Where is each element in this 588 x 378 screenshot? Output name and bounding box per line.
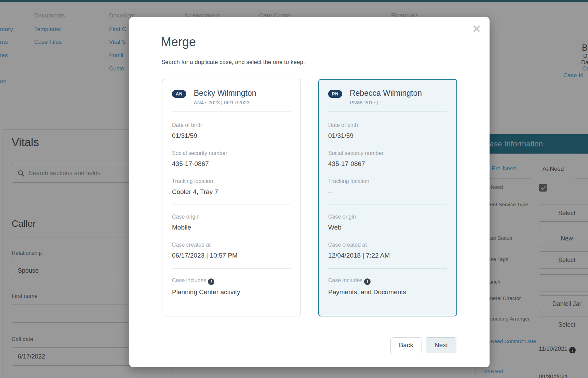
dob-label: Date of birth: [328, 122, 447, 129]
case-created-value: 12/04/2018 | 7:22 AM: [328, 251, 447, 260]
case-created-label: Case created at: [172, 242, 291, 248]
case-origin-label: Case origin: [328, 213, 447, 220]
tracking-location-label: Tracking location: [328, 178, 447, 185]
case-origin-label: Case origin: [172, 213, 291, 220]
ssn-value: 435-17-0867: [328, 160, 447, 168]
case-created-label: Case created at: [328, 242, 447, 248]
case-created-value: 06/17/2023 | 10:57 PM: [172, 251, 291, 260]
ssn-value: 435-17-0867: [172, 160, 291, 168]
case-type-badge: PN: [328, 90, 342, 98]
close-icon[interactable]: ×: [470, 22, 483, 36]
divider: [328, 112, 447, 112]
case-includes-label: Case includes i: [172, 277, 291, 285]
info-icon[interactable]: i: [208, 278, 214, 285]
case-name: Becky Wilmington: [194, 88, 256, 98]
divider: [328, 268, 447, 269]
case-type-badge: AN: [172, 90, 186, 98]
divider: [172, 112, 291, 112]
merge-modal: × Merge Search for a duplicate case, and…: [129, 17, 490, 367]
tracking-location-value: Cooler 4, Tray 7: [172, 188, 291, 196]
modal-title: Merge: [161, 35, 196, 49]
card-header: PN Rebecca Wilmington PN88-2017 |--: [328, 88, 447, 105]
case-id: PN88-2017 |--: [350, 100, 422, 105]
case-origin-value: Web: [328, 223, 447, 232]
tracking-location-value: --: [328, 188, 447, 196]
case-name: Rebecca Wilmington: [350, 88, 422, 98]
info-icon[interactable]: i: [364, 278, 371, 285]
divider: [172, 205, 291, 205]
case-card-becky[interactable]: AN Becky Wilmington AN47-2023 | 06/17/20…: [162, 79, 301, 316]
modal-subtitle: Search for a duplicate case, and select …: [161, 59, 305, 66]
divider: [172, 268, 291, 269]
case-includes-value: Planning Center activity: [172, 288, 291, 296]
ssn-label: Social security number: [172, 150, 291, 157]
case-cards: AN Becky Wilmington AN47-2023 | 06/17/20…: [162, 79, 457, 316]
screen: mary nts tes on Documents Templates Case…: [0, 0, 588, 378]
case-origin-value: Mobile: [172, 223, 291, 232]
case-includes-label: Case includes i: [328, 277, 447, 285]
case-card-rebecca[interactable]: PN Rebecca Wilmington PN88-2017 |-- Date…: [318, 79, 457, 316]
dob-value: 01/31/59: [172, 132, 291, 140]
divider: [328, 205, 447, 205]
case-includes-value: Payments, and Documents: [328, 288, 447, 296]
tracking-location-label: Tracking location: [172, 178, 291, 185]
dob-label: Date of birth: [172, 122, 291, 129]
ssn-label: Social security number: [328, 150, 447, 157]
dob-value: 01/31/59: [328, 132, 447, 140]
modal-footer: Back Next: [390, 337, 456, 353]
next-button[interactable]: Next: [426, 337, 456, 353]
case-id: AN47-2023 | 06/17/2023: [194, 100, 256, 105]
card-header: AN Becky Wilmington AN47-2023 | 06/17/20…: [172, 88, 291, 105]
back-button[interactable]: Back: [390, 337, 422, 353]
